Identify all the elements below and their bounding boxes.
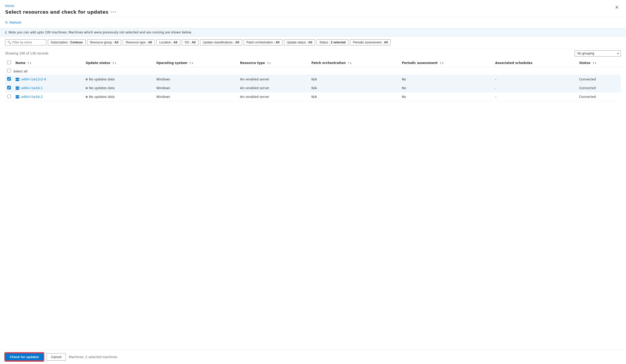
resource-type-cell: Arc-enabled server — [238, 84, 309, 92]
resource-name-link[interactable]: a404-r1w16-2 — [15, 95, 82, 99]
update-status-text: No updates data — [89, 95, 115, 99]
os-cell: Windows — [154, 75, 238, 84]
col-label-periodic-assessment: Periodic assessment — [402, 61, 438, 65]
row-checkbox[interactable] — [7, 77, 11, 81]
status-cell: Connected — [577, 75, 621, 84]
row-checkbox[interactable] — [7, 95, 11, 98]
col-label-resource-type: Resource type — [240, 61, 265, 65]
filter-pill-all[interactable]: Location : All — [156, 39, 180, 45]
select-all-label[interactable]: Select all — [7, 70, 28, 73]
close-button[interactable]: ✕ — [613, 4, 621, 11]
status-cell: Connected — [577, 92, 621, 101]
grouping-wrapper: No groupingResource groupLocationOSStatu… — [575, 50, 621, 57]
table-container: Name ↑↓ Update status ↑↓ Operating syste… — [0, 59, 626, 350]
col-header-name[interactable]: Name ↑↓ — [13, 59, 84, 67]
select-all-header[interactable] — [5, 59, 13, 67]
select-all-checkbox[interactable] — [7, 61, 11, 64]
dialog-ellipsis[interactable]: ··· — [110, 10, 117, 14]
svg-point-10 — [18, 96, 19, 96]
cancel-button[interactable]: Cancel — [47, 353, 66, 361]
update-status-dot — [86, 78, 88, 80]
col-label-update-status: Update status — [86, 61, 110, 65]
patch-orchestration-cell: N/A — [309, 84, 400, 92]
filter-pill-all[interactable]: OS : All — [182, 39, 199, 45]
dialog-title: Select resources and check for updates ·… — [5, 9, 117, 15]
resource-type-cell: Arc-enabled server — [238, 92, 309, 101]
resource-name-link[interactable]: a404-r1w16-1 — [15, 86, 82, 90]
filter-pill-all[interactable]: Update status : All — [284, 39, 315, 45]
svg-point-7 — [18, 89, 19, 89]
update-status-text: No updates data — [89, 86, 115, 90]
col-label-status: Status — [579, 61, 591, 65]
resource-type-cell: Arc-enabled server — [238, 75, 309, 84]
toolbar: ↻ Refresh — [0, 17, 626, 28]
update-status-text: No updates data — [89, 78, 115, 81]
sort-icon-patch-orchestration: ↑↓ — [347, 62, 352, 64]
col-header-patch-orchestration[interactable]: Patch orchestration ↑↓ — [309, 59, 400, 67]
filters-bar: 🔍 Subscription : ContosoResource group :… — [0, 37, 626, 48]
grouping-select[interactable]: No groupingResource groupLocationOSStatu… — [575, 50, 621, 57]
update-status-cell: No updates data — [84, 75, 154, 84]
filter-pill-contoso[interactable]: Subscription : Contoso — [48, 39, 86, 45]
filter-pill-all[interactable]: Update classifications : All — [200, 39, 242, 45]
patch-orchestration-cell: N/A — [309, 92, 400, 101]
filter-pill-all[interactable]: Patch orchestration : All — [244, 39, 282, 45]
resources-table: Name ↑↓ Update status ↑↓ Operating syste… — [5, 59, 621, 101]
sort-icon-resource-type: ↑↓ — [267, 62, 271, 64]
col-header-resource-type[interactable]: Resource type ↑↓ — [238, 59, 309, 67]
filter-pill-2-selected[interactable]: Status : 2 selected — [317, 39, 348, 45]
search-box[interactable]: 🔍 — [5, 39, 46, 45]
filter-pill-all[interactable]: Resource type : All — [123, 39, 155, 45]
filter-pill-all[interactable]: Resource group : All — [87, 39, 121, 45]
col-header-os[interactable]: Operating system ↑↓ — [154, 59, 238, 67]
info-message: Note you can add upto 100 machines. Mach… — [8, 31, 192, 34]
refresh-label: Refresh — [10, 21, 21, 24]
periodic-assessment-cell: No — [400, 84, 493, 92]
search-icon: 🔍 — [7, 41, 11, 44]
col-label-os: Operating system — [156, 61, 187, 65]
server-icon — [15, 86, 20, 90]
filter-pills: Subscription : ContosoResource group : A… — [48, 39, 391, 45]
check-updates-button[interactable]: Check for updates — [5, 353, 43, 361]
col-header-periodic-assessment[interactable]: Periodic assessment ↑↓ — [400, 59, 493, 67]
status-cell: Connected — [577, 84, 621, 92]
col-header-update-status[interactable]: Update status ↑↓ — [84, 59, 154, 67]
table-row: a404-r1w12r2-4 No updates dataWindowsArc… — [5, 75, 621, 84]
server-icon — [15, 77, 20, 81]
associated-schedules-cell: - — [493, 92, 577, 101]
associated-schedules-cell: - — [493, 75, 577, 84]
footer-machines-info: Machines: 2 selected machines — [69, 355, 117, 359]
os-cell: Windows — [154, 92, 238, 101]
svg-point-2 — [18, 78, 19, 79]
filter-pill-all[interactable]: Periodic assessment : All — [350, 39, 391, 45]
sort-icon-status: ↑↓ — [592, 62, 597, 64]
table-row: a404-r1w16-2 No updates dataWindowsArc-e… — [5, 92, 621, 101]
refresh-icon: ↻ — [5, 21, 8, 24]
svg-point-3 — [18, 80, 19, 80]
os-cell: Windows — [154, 84, 238, 92]
update-status-cell: No updates data — [84, 84, 154, 92]
sort-icon-os: ↑↓ — [189, 62, 194, 64]
periodic-assessment-cell: No — [400, 92, 493, 101]
row-checkbox[interactable] — [7, 86, 11, 89]
records-bar: Showing 100 of 130 records No groupingRe… — [0, 48, 626, 59]
table-row: a404-r1w16-1 No updates dataWindowsArc-e… — [5, 84, 621, 92]
refresh-button[interactable]: ↻ Refresh — [5, 20, 21, 25]
col-header-status[interactable]: Status ↑↓ — [577, 59, 621, 67]
svg-point-6 — [18, 87, 19, 87]
search-input[interactable] — [12, 41, 43, 44]
dialog-title-text: Select resources and check for updates — [5, 9, 108, 15]
resource-name-link[interactable]: a404-r1w12r2-4 — [15, 77, 82, 81]
select-all-checkbox-2[interactable] — [7, 69, 11, 72]
table-header: Name ↑↓ Update status ↑↓ Operating syste… — [5, 59, 621, 75]
col-label-patch-orchestration: Patch orchestration — [311, 61, 346, 65]
associated-schedules-cell: - — [493, 84, 577, 92]
svg-point-11 — [18, 97, 19, 98]
server-icon — [15, 95, 20, 99]
col-label-associated-schedules: Associated schedules — [495, 61, 532, 65]
dialog-header: Home Select resources and check for upda… — [0, 0, 626, 17]
breadcrumb[interactable]: Home — [5, 4, 117, 8]
header-row: Name ↑↓ Update status ↑↓ Operating syste… — [5, 59, 621, 67]
dialog-container: Home Select resources and check for upda… — [0, 0, 626, 364]
update-status-dot — [86, 96, 88, 98]
